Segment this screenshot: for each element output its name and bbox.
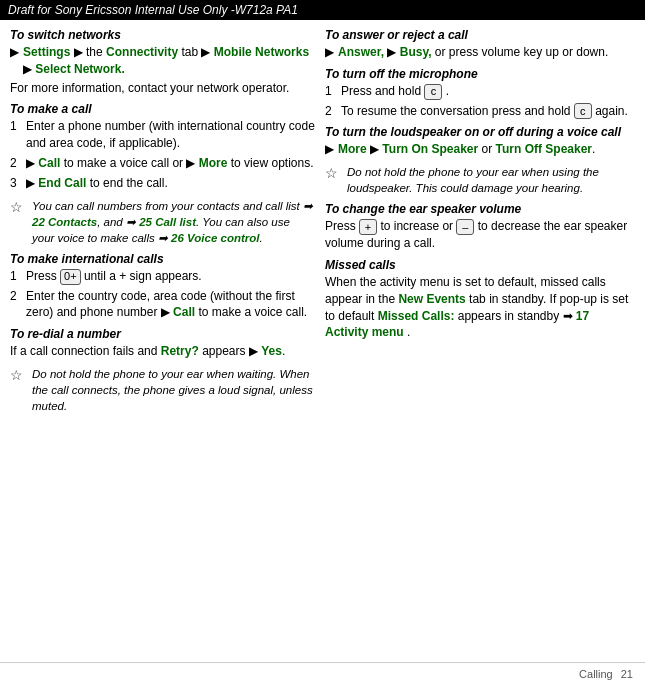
missed-calls-text: When the activity menu is set to default… [325, 274, 635, 341]
connectivity-link[interactable]: Connectivity [106, 45, 178, 59]
left-column: To switch networks ▶ Settings ▶ the Conn… [10, 28, 315, 654]
answer-reject-heading: To answer or reject a call [325, 28, 635, 42]
international-calls-heading: To make international calls [10, 252, 315, 266]
call-link[interactable]: Call [38, 156, 60, 170]
turn-off-mic-heading: To turn off the microphone [325, 67, 635, 81]
minus-key: – [456, 219, 474, 235]
redial-text: If a call connection fails and Retry? ap… [10, 343, 315, 360]
tip2-box: ☆ Do not hold the phone to your ear when… [10, 366, 315, 414]
turn-on-speaker-link[interactable]: Turn On Speaker [382, 142, 478, 156]
new-events-link[interactable]: New Events [398, 292, 465, 306]
more-link[interactable]: More [199, 156, 228, 170]
tip3-text: Do not hold the phone to your ear when u… [347, 164, 635, 196]
page-number: 21 [621, 668, 633, 680]
make-call-heading: To make a call [10, 102, 315, 116]
missed-calls-heading: Missed calls [325, 258, 635, 272]
tip1-box: ☆ You can call numbers from your contact… [10, 198, 315, 246]
calling-label: Calling [579, 668, 613, 680]
ear-speaker-text: Press + to increase or – to decrease the… [325, 218, 635, 252]
zero-plus-key: 0+ [60, 269, 81, 285]
arrow-icon: ▶ [10, 44, 19, 78]
make-call-step1: 1 Enter a phone number (with internation… [10, 118, 315, 152]
redial-heading: To re-dial a number [10, 327, 315, 341]
make-call-step3-text: ▶ End Call to end the call. [26, 175, 168, 192]
make-call-step2: 2 ▶ Call to make a voice call or ▶ More … [10, 155, 315, 172]
c-key-2: c [574, 103, 592, 119]
make-call-step2-text: ▶ Call to make a voice call or ▶ More to… [26, 155, 314, 172]
intl-step2: 2 Enter the country code, area code (wit… [10, 288, 315, 322]
loudspeaker-heading: To turn the loudspeaker on or off during… [325, 125, 635, 139]
make-call-section: To make a call 1 Enter a phone number (w… [10, 102, 315, 191]
c-key-1: c [424, 84, 442, 100]
page-header: Draft for Sony Ericsson Internal Use Onl… [0, 0, 645, 20]
plus-key: + [359, 219, 377, 235]
more-link-2[interactable]: More [338, 142, 367, 156]
switch-networks-text: Settings ▶ the Connectivity tab ▶ Mobile… [23, 44, 315, 78]
tip-icon-3: ☆ [325, 165, 341, 181]
tip3-box: ☆ Do not hold the phone to your ear when… [325, 164, 635, 196]
answer-link[interactable]: Answer, [338, 45, 384, 59]
page-footer: Calling 21 [0, 662, 645, 684]
turn-off-speaker-link[interactable]: Turn Off Speaker [496, 142, 592, 156]
redial-section: To re-dial a number If a call connection… [10, 327, 315, 360]
loudspeaker-bullet: ▶ More ▶ Turn On Speaker or Turn Off Spe… [325, 141, 635, 158]
select-network-link[interactable]: Select Network. [35, 62, 124, 76]
tip-icon-2: ☆ [10, 367, 26, 383]
yes-link[interactable]: Yes [261, 344, 282, 358]
tip-icon-1: ☆ [10, 199, 26, 215]
mobile-networks-link[interactable]: Mobile Networks [214, 45, 309, 59]
answer-reject-section: To answer or reject a call ▶ Answer, ▶ B… [325, 28, 635, 61]
international-calls-section: To make international calls 1 Press 0+ u… [10, 252, 315, 321]
ear-speaker-heading: To change the ear speaker volume [325, 202, 635, 216]
make-call-step3: 3 ▶ End Call to end the call. [10, 175, 315, 192]
missed-calls-section: Missed calls When the activity menu is s… [325, 258, 635, 341]
retry-link[interactable]: Retry? [161, 344, 199, 358]
missed-calls-link[interactable]: Missed Calls: [378, 309, 455, 323]
busy-link[interactable]: Busy, [400, 45, 432, 59]
ear-speaker-section: To change the ear speaker volume Press +… [325, 202, 635, 252]
turn-off-mic-section: To turn off the microphone 1 Press and h… [325, 67, 635, 120]
intl-call-link[interactable]: Call [173, 305, 195, 319]
switch-networks-bullet: ▶ Settings ▶ the Connectivity tab ▶ Mobi… [10, 44, 315, 78]
end-call-link[interactable]: End Call [38, 176, 86, 190]
settings-link[interactable]: Settings [23, 45, 70, 59]
main-content: To switch networks ▶ Settings ▶ the Conn… [0, 20, 645, 662]
loudspeaker-section: To turn the loudspeaker on or off during… [325, 125, 635, 158]
right-column: To answer or reject a call ▶ Answer, ▶ B… [325, 28, 635, 654]
mic-step2: 2 To resume the conversation press and h… [325, 103, 635, 120]
make-call-step1-text: Enter a phone number (with international… [26, 118, 315, 152]
tip2-text: Do not hold the phone to your ear when w… [32, 366, 315, 414]
mic-step1: 1 Press and hold c . [325, 83, 635, 100]
switch-networks-info: For more information, contact your netwo… [10, 80, 315, 97]
intl-step1: 1 Press 0+ until a + sign appears. [10, 268, 315, 285]
switch-networks-section: To switch networks ▶ Settings ▶ the Conn… [10, 28, 315, 96]
tip1-text: You can call numbers from your contacts … [32, 198, 315, 246]
switch-networks-heading: To switch networks [10, 28, 315, 42]
header-text: Draft for Sony Ericsson Internal Use Onl… [8, 3, 298, 17]
answer-reject-bullet: ▶ Answer, ▶ Busy, or press volume key up… [325, 44, 635, 61]
